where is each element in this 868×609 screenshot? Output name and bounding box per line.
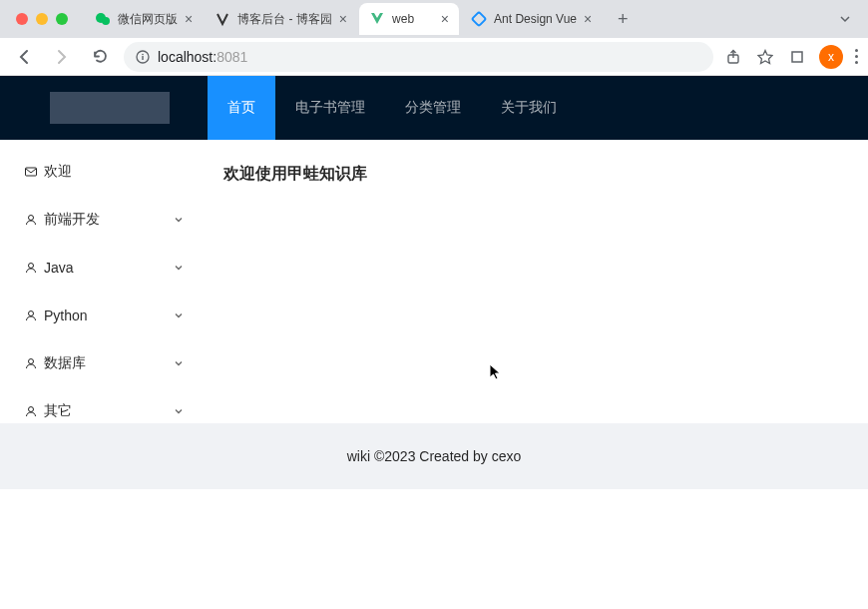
wechat-icon [95, 11, 111, 27]
app-header: 首页 电子书管理 分类管理 关于我们 [0, 76, 868, 140]
svg-point-11 [29, 311, 34, 316]
new-tab-button[interactable]: + [609, 5, 637, 33]
sidebar-item-label: 其它 [44, 402, 174, 420]
reload-button[interactable] [86, 43, 114, 71]
svg-rect-7 [792, 52, 802, 62]
svg-point-1 [102, 17, 110, 25]
user-icon [24, 356, 38, 370]
tab-overflow-button[interactable] [838, 12, 852, 26]
sidebar-item-java[interactable]: Java [0, 244, 200, 292]
tab-title: Ant Design Vue [494, 12, 577, 26]
browser-tab-wechat[interactable]: 微信网页版 × [85, 3, 203, 35]
browser-address-bar: localhost:8081 x [0, 38, 868, 76]
tab-title: 博客后台 - 博客园 [237, 11, 332, 28]
user-icon [24, 261, 38, 275]
browser-menu-button[interactable] [855, 49, 858, 64]
nav-menu: 首页 电子书管理 分类管理 关于我们 [208, 76, 577, 140]
forward-button[interactable] [48, 43, 76, 71]
nav-item-category[interactable]: 分类管理 [385, 76, 481, 140]
share-icon[interactable] [723, 49, 743, 65]
app-body: 欢迎 前端开发 Java Python 数据库 其它 欢迎使用甲蛙知识 [0, 140, 868, 423]
browser-tab-web[interactable]: web × [359, 3, 459, 35]
sidebar: 欢迎 前端开发 Java Python 数据库 其它 [0, 140, 200, 423]
nav-item-ebook[interactable]: 电子书管理 [275, 76, 385, 140]
browser-tab-bar: 微信网页版 × 博客后台 - 博客园 × web × Ant Design Vu… [0, 0, 868, 38]
minimize-window-button[interactable] [36, 13, 48, 25]
close-tab-icon[interactable]: × [339, 12, 347, 26]
vue-icon [369, 11, 385, 27]
footer-text: wiki ©2023 Created by cexo [347, 448, 522, 464]
sidebar-item-label: 前端开发 [44, 211, 174, 229]
browser-tab-cnblogs[interactable]: 博客后台 - 博客园 × [205, 3, 357, 35]
sidebar-item-frontend[interactable]: 前端开发 [0, 196, 200, 244]
user-icon [24, 404, 38, 418]
browser-tab-antd[interactable]: Ant Design Vue × [461, 3, 602, 35]
user-icon [24, 308, 38, 322]
tab-title: 微信网页版 [118, 11, 178, 28]
extensions-icon[interactable] [787, 49, 807, 65]
close-tab-icon[interactable]: × [441, 12, 449, 26]
site-info-icon[interactable] [136, 50, 150, 64]
sidebar-item-database[interactable]: 数据库 [0, 339, 200, 387]
svg-rect-8 [26, 168, 37, 176]
sidebar-item-label: Python [44, 307, 174, 323]
logo-placeholder [50, 92, 170, 124]
welcome-title: 欢迎使用甲蛙知识库 [223, 164, 844, 185]
sidebar-item-other[interactable]: 其它 [0, 387, 200, 435]
back-button[interactable] [10, 43, 38, 71]
svg-point-12 [29, 359, 34, 364]
nav-item-home[interactable]: 首页 [208, 76, 275, 140]
nav-item-about[interactable]: 关于我们 [481, 76, 577, 140]
sidebar-item-python[interactable]: Python [0, 292, 200, 339]
mail-icon [24, 165, 38, 179]
chevron-down-icon [174, 263, 184, 273]
bookmark-icon[interactable] [755, 49, 775, 65]
chevron-down-icon [174, 310, 184, 320]
chevron-down-icon [174, 358, 184, 368]
main-content: 欢迎使用甲蛙知识库 [200, 140, 868, 423]
sidebar-item-welcome[interactable]: 欢迎 [0, 148, 200, 196]
svg-point-9 [29, 216, 34, 221]
close-tab-icon[interactable]: × [584, 12, 592, 26]
tab-title: web [392, 12, 434, 26]
url-input[interactable]: localhost:8081 [124, 42, 713, 72]
svg-point-13 [29, 407, 34, 412]
svg-rect-2 [472, 12, 486, 26]
chevron-down-icon [174, 406, 184, 416]
svg-point-4 [142, 53, 144, 55]
profile-avatar[interactable]: x [819, 45, 843, 69]
svg-rect-5 [142, 56, 143, 60]
chevron-down-icon [174, 215, 184, 225]
sidebar-item-label: 欢迎 [44, 163, 184, 181]
sidebar-item-label: 数据库 [44, 354, 174, 372]
svg-point-10 [29, 264, 34, 269]
close-tab-icon[interactable]: × [185, 12, 193, 26]
window-controls [16, 13, 68, 25]
cnblogs-icon [215, 11, 230, 27]
maximize-window-button[interactable] [56, 13, 68, 25]
url-text: localhost:8081 [158, 49, 247, 65]
sidebar-item-label: Java [44, 260, 174, 276]
user-icon [24, 213, 38, 227]
close-window-button[interactable] [16, 13, 28, 25]
antd-icon [471, 11, 487, 27]
